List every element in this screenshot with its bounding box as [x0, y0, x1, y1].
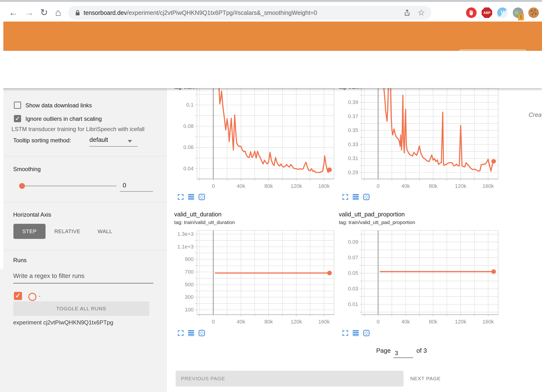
show-download-links-checkbox[interactable]: ✓ — [14, 102, 21, 109]
pan-icon[interactable] — [198, 194, 205, 200]
x-tick-label: 160k — [313, 183, 335, 189]
runs-label: Runs — [13, 257, 27, 264]
y-tick-label: 0.35 — [332, 127, 358, 134]
axis-relative-button[interactable]: RELATIVE — [51, 224, 83, 239]
chart-title: valid_utt_duration — [174, 211, 221, 218]
runsmenu-icon[interactable] — [352, 194, 359, 200]
page-label: Page — [376, 347, 391, 354]
smoothing-value-input[interactable]: 0 — [123, 182, 126, 189]
x-tick-label: 80k — [258, 319, 279, 325]
smoothing-label: Smoothing — [13, 166, 41, 173]
tooltip-sorting-dropdown[interactable]: default — [89, 136, 108, 144]
run-checkbox[interactable]: ✓ — [14, 292, 22, 300]
y-tick-label: 1.1e+3 — [167, 243, 194, 250]
y-tick-label: 0.1 — [167, 102, 194, 108]
smoothing-slider-track[interactable] — [20, 185, 117, 186]
previous-page-button[interactable]: PREVIOUS PAGE — [176, 371, 404, 386]
chevron-down-icon — [128, 140, 132, 143]
page: ← → ↻ ⌂ tensorboard.dev/experiment/cj2vt… — [0, 0, 542, 392]
x-tick-label: 160k — [313, 319, 335, 325]
x-tick-label: 160k — [477, 319, 499, 325]
y-tick-label: 0.37 — [332, 113, 358, 120]
tooltip-sorting-label: Tooltip sorting method: — [13, 137, 71, 144]
sidebar: ✓ Show data download links ✓ Ignore outl… — [0, 88, 167, 392]
horizontal-axis-label: Horizontal Axis — [13, 211, 51, 218]
ignore-outliers-checkbox[interactable]: ✓ — [14, 115, 21, 122]
y-tick-label: 0.29 — [332, 169, 358, 176]
chart-plot-top-left[interactable] — [195, 88, 334, 181]
runs-filter-input[interactable]: Write a regex to filter runs — [13, 272, 84, 280]
show-download-links-label: Show data download links — [25, 102, 92, 109]
x-tick-label: 0 — [367, 183, 389, 189]
x-tick-label: 80k — [422, 183, 444, 189]
chart-tag: tag: train/valid_utt_pad_proportion — [339, 219, 415, 225]
y-tick-label: 0.06 — [167, 144, 194, 151]
x-tick-label: 120k — [286, 183, 307, 189]
x-tick-label: 80k — [258, 183, 279, 189]
experiment-title: LSTM transducer training for LibriSpeech… — [12, 126, 144, 133]
x-tick-label: 0 — [202, 183, 224, 189]
pan-icon[interactable] — [198, 330, 205, 336]
x-tick-label: 80k — [422, 319, 444, 325]
fullscreen-icon[interactable] — [342, 194, 349, 200]
y-tick-label: 900 — [167, 256, 194, 263]
page-input-underline — [393, 357, 413, 358]
pan-icon[interactable] — [363, 330, 370, 336]
next-page-button[interactable]: NEXT PAGE — [410, 376, 441, 381]
divider — [0, 202, 167, 202]
x-tick-label: 0 — [202, 319, 224, 325]
y-tick-label: 0.01 — [332, 301, 358, 308]
chart-title: valid_utt_pad_proportion — [339, 211, 405, 218]
page-of-label: of 3 — [416, 347, 427, 354]
clipped-created-text: Crea — [529, 111, 542, 118]
runsmenu-icon[interactable] — [188, 330, 195, 336]
x-tick-label: 40k — [230, 183, 252, 189]
smoothing-slider-thumb[interactable] — [19, 183, 25, 189]
tooltip-dropdown-underline — [89, 146, 138, 147]
y-tick-label: 1.3e+3 — [167, 231, 194, 237]
x-tick-label: 120k — [286, 319, 307, 325]
y-tick-label: 300 — [167, 294, 194, 300]
run-name: . — [39, 291, 40, 298]
y-tick-label: 100 — [167, 306, 194, 313]
fullscreen-icon[interactable] — [342, 330, 349, 336]
divider — [0, 156, 167, 156]
y-tick-label: 0.09 — [332, 239, 358, 245]
x-tick-label: 120k — [450, 183, 471, 189]
fullscreen-icon[interactable] — [177, 330, 184, 336]
experiment-id-label: experiment cj2vtPiwQHKN9Q1tx6PTpg — [13, 319, 113, 326]
title-band: LSTM transducer training for LibriSpeech… — [0, 51, 542, 88]
smoothing-value-underline — [120, 191, 153, 192]
page-number-input[interactable]: 3 — [395, 350, 412, 357]
left-scrollbar-strip[interactable] — [0, 15, 3, 269]
y-tick-label: 0.33 — [332, 141, 358, 148]
y-tick-label: 500 — [167, 281, 194, 288]
y-tick-label: 0.03 — [332, 285, 358, 292]
x-tick-label: 40k — [230, 319, 252, 325]
fullscreen-icon[interactable] — [177, 194, 184, 200]
chart-plot-bottom-right[interactable] — [360, 230, 498, 317]
y-tick-label: 0.07 — [332, 254, 358, 261]
runsmenu-icon[interactable] — [188, 194, 195, 200]
runs-filter-underline — [13, 283, 153, 283]
chart-tag: tag: train/valid_utt_duration — [174, 219, 235, 225]
y-tick-label: 0.05 — [332, 270, 358, 277]
y-tick-label: 0.31 — [332, 155, 358, 162]
divider — [0, 250, 167, 250]
axis-step-button[interactable]: STEP — [13, 224, 46, 239]
axis-wall-button[interactable]: WALL — [92, 224, 117, 239]
y-tick-label: 700 — [167, 269, 194, 275]
x-tick-label: 120k — [450, 319, 471, 325]
x-tick-label: 40k — [395, 319, 416, 325]
chart-plot-bottom-left[interactable] — [195, 230, 334, 317]
run-color-swatch — [28, 293, 36, 301]
ignore-outliers-label: Ignore outliers in chart scaling — [25, 115, 102, 122]
toggle-all-runs-button[interactable]: TOGGLE ALL RUNS — [13, 301, 149, 316]
y-tick-label: 0.08 — [167, 123, 194, 130]
pan-icon[interactable] — [363, 194, 370, 200]
chart-plot-top-right[interactable] — [360, 88, 498, 181]
runsmenu-icon[interactable] — [352, 330, 359, 336]
y-tick-label: 0.04 — [167, 165, 194, 172]
y-tick-label: 0.39 — [332, 99, 358, 106]
x-tick-label: 160k — [477, 183, 499, 189]
